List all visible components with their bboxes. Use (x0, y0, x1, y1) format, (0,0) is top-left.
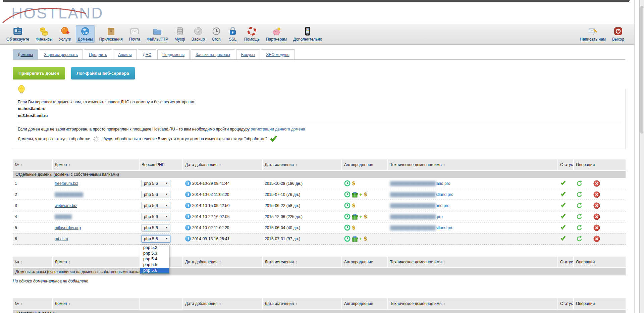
delete-icon[interactable] (593, 202, 600, 209)
tab-profiles[interactable]: Анкеты (113, 49, 137, 59)
nav-item-mysql[interactable]: Mysql (173, 25, 186, 43)
info-icon[interactable]: i (185, 192, 191, 197)
php-version-select[interactable]: php 5.6▼ (142, 224, 170, 231)
sort-icon[interactable]: ↕ (21, 163, 23, 167)
nav-item-extra[interactable]: Дополнительно (291, 25, 324, 43)
domain-link[interactable]: webware.biz (55, 203, 77, 208)
tab-domains[interactable]: Домены (13, 49, 38, 59)
header-tech-name[interactable]: Техническое доменное имя↕ (388, 298, 557, 309)
header-num[interactable]: №↕ (13, 159, 52, 170)
refresh-icon[interactable] (576, 213, 583, 220)
tech-domain-link[interactable]: ████████████████.pro (390, 214, 443, 219)
dropdown-option-php53[interactable]: php 5.3 (140, 251, 169, 256)
header-tech-name[interactable]: Техническое доменное имя↕ (388, 159, 557, 170)
dropdown-option-php55[interactable]: php 5.5 (140, 262, 169, 268)
sort-icon[interactable]: ↕ (219, 163, 221, 167)
nav-item-ssl[interactable]: SSL (226, 25, 239, 43)
header-tech-name[interactable]: Техническое доменное имя↕ (388, 257, 557, 267)
bonus-gift-icon[interactable] (352, 192, 358, 198)
sort-icon[interactable]: ↕ (443, 163, 445, 167)
delete-icon[interactable] (593, 213, 600, 220)
header-added[interactable]: Дата добавления↕ (183, 298, 262, 309)
tech-domain-link[interactable]: ████████████████land.pro (390, 181, 450, 186)
header-expires[interactable]: Дата истечения↕ (263, 159, 341, 170)
nav-item-account[interactable]: Об аккаунте (5, 25, 31, 43)
header-expires[interactable]: Дата истечения↕ (263, 257, 341, 267)
domain-link[interactable]: mi-al.ru (55, 237, 68, 241)
sort-icon[interactable]: ↕ (21, 260, 23, 264)
tab-bonuses[interactable]: Бонусы (236, 49, 260, 59)
sort-icon[interactable]: ↕ (219, 260, 221, 264)
header-domain[interactable]: Домен↕ (53, 159, 139, 170)
scrollbar-thumb[interactable] (640, 6, 643, 134)
paid-renewal-icon[interactable]: $ (364, 214, 367, 219)
info-icon[interactable]: i (185, 236, 191, 242)
refresh-icon[interactable] (576, 202, 583, 209)
domain-link[interactable]: miloserdov.org (55, 225, 81, 230)
nav-item-write-us[interactable]: Написать нам (578, 25, 608, 43)
autorenew-clock-icon[interactable] (344, 236, 351, 242)
refresh-icon[interactable] (576, 191, 583, 198)
tech-domain-link[interactable]: ████████████████and.pro (390, 203, 449, 208)
sort-icon[interactable]: ↕ (296, 302, 298, 306)
header-domain[interactable]: Домен↕ (53, 257, 139, 267)
php-version-select-open[interactable]: php 5.6▼ (142, 235, 170, 243)
paid-renewal-icon[interactable]: $ (352, 181, 356, 186)
php-version-select[interactable]: php 5.6▼ (142, 202, 170, 209)
paid-renewal-icon[interactable]: $ (352, 225, 356, 230)
autorenew-clock-icon[interactable] (344, 202, 351, 209)
header-added[interactable]: Дата добавления↕ (183, 159, 262, 170)
nav-item-services[interactable]: Услуги (57, 25, 73, 43)
nav-item-logout[interactable]: Выход (610, 25, 626, 43)
nav-item-mail[interactable]: Почта (127, 25, 142, 43)
register-domain-link[interactable]: регистрации данного домена (251, 127, 305, 132)
nav-item-help[interactable]: Помощь (243, 25, 261, 43)
php-version-select[interactable]: php 5.6▼ (142, 180, 170, 187)
nav-item-cron[interactable]: Cron (210, 25, 223, 43)
web-logs-button[interactable]: Лог-файлы веб-сервера (71, 67, 135, 80)
sort-icon[interactable]: ↕ (69, 163, 71, 167)
nav-item-finances[interactable]: Финансы (34, 25, 54, 43)
tech-domain-link[interactable]: ████████████████stland.pro (390, 192, 453, 197)
sort-icon[interactable]: ↕ (296, 260, 298, 264)
tab-renew[interactable]: Продлить (84, 49, 112, 59)
header-domain[interactable]: Домен↕ (53, 298, 139, 309)
sort-icon[interactable]: ↕ (21, 302, 23, 306)
nav-item-files[interactable]: Файлы/FTP (145, 25, 170, 43)
header-expires[interactable]: Дата истечения↕ (263, 298, 341, 309)
tech-domain-link[interactable]: ████████████████stland.pro (390, 225, 453, 230)
php-version-select[interactable]: php 5.6▼ (142, 213, 170, 220)
dropdown-option-php56-selected[interactable]: php 5.6 (140, 268, 169, 273)
vertical-scrollbar[interactable] (639, 0, 644, 313)
refresh-icon[interactable] (576, 236, 583, 242)
sort-icon[interactable]: ↕ (296, 163, 298, 167)
header-added[interactable]: Дата добавления↕ (183, 257, 262, 267)
tab-dns[interactable]: ДНС (138, 49, 156, 59)
autorenew-clock-icon[interactable] (344, 213, 351, 220)
sort-icon[interactable]: ↕ (69, 302, 71, 306)
domain-link-redacted[interactable]: ██████ (55, 214, 72, 219)
sort-icon[interactable]: ↕ (219, 302, 221, 306)
paid-renewal-icon[interactable]: $ (364, 192, 367, 197)
nav-item-apps[interactable]: Приложения (98, 25, 124, 43)
tab-seo[interactable]: SEO модуль (261, 49, 294, 59)
nav-item-backup[interactable]: Backup (190, 25, 207, 43)
delete-icon[interactable] (593, 236, 600, 242)
domain-link[interactable]: freeforum.biz (55, 181, 78, 186)
domain-link-redacted[interactable]: ██████████ (55, 192, 83, 197)
delete-icon[interactable] (593, 180, 600, 187)
attach-domain-button[interactable]: Прикрепить домен (13, 67, 65, 80)
header-num[interactable]: №↕ (13, 298, 52, 309)
autorenew-clock-icon[interactable] (344, 224, 351, 231)
autorenew-clock-icon[interactable] (344, 191, 351, 198)
sort-icon[interactable]: ↕ (69, 260, 71, 264)
autorenew-clock-icon[interactable] (344, 180, 351, 187)
refresh-icon[interactable] (576, 224, 583, 231)
dropdown-option-php54[interactable]: php 5.4 (140, 256, 169, 262)
bonus-gift-icon[interactable] (352, 214, 358, 220)
refresh-icon[interactable] (576, 180, 583, 187)
paid-renewal-icon[interactable]: $ (352, 203, 356, 208)
tab-subdomains[interactable]: Поддомены (157, 49, 190, 59)
info-icon[interactable]: i (185, 214, 191, 219)
delete-icon[interactable] (593, 191, 600, 198)
